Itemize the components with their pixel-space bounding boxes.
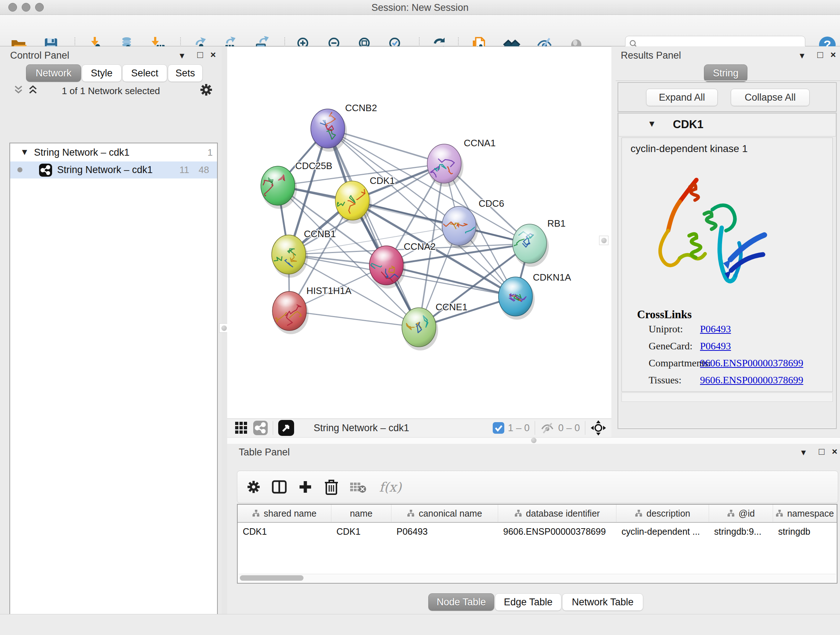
tab-select[interactable]: Select [122, 65, 167, 82]
control-panel: Control Panel ▾ □ × Network Style Select… [0, 46, 222, 614]
table-cell[interactable]: P06493 [392, 523, 498, 540]
column-header-namespace[interactable]: namespace [773, 505, 837, 522]
network-graph[interactable]: CCNB2CCNA1CDC25BCDK1CDC6RB1CCNB1CCNA2CDK… [227, 47, 611, 419]
table-cell[interactable]: 9606.ENSP00000378699 [498, 523, 616, 540]
column-header-database-identifier[interactable]: database identifier [498, 505, 616, 522]
crosslink-label: Uniprot: [649, 323, 683, 335]
right-splitter-handle[interactable] [599, 236, 608, 245]
table-options-button[interactable] [246, 479, 261, 494]
node-label-HIST1H1A: HIST1H1A [306, 285, 352, 296]
results-button-bar: Expand All Collapse All [618, 82, 836, 111]
hidden-counter: 0 – 0 [558, 423, 580, 434]
table-row[interactable]: CDK1CDK1P064939606.ENSP00000378699cyclin… [238, 523, 837, 540]
crosslink-link[interactable]: P06493 [700, 323, 731, 335]
edge-CCNB2-CCNE1[interactable] [328, 128, 419, 327]
column-header-canonical-name[interactable]: canonical name [392, 505, 498, 522]
results-scrollbar-track[interactable] [622, 393, 833, 402]
netbar-divider [585, 421, 585, 435]
column-header--id[interactable]: @id [709, 505, 773, 522]
plus-icon [297, 479, 313, 495]
function-builder-button[interactable]: f(x) [379, 480, 401, 494]
table-cell[interactable]: cyclin-dependent ... [616, 523, 709, 540]
delete-table-icon [349, 480, 367, 494]
crosslink-row: Tissues:9606.ENSP00000378699 [649, 374, 829, 391]
network-options-button[interactable] [199, 82, 213, 97]
control-panel-close-button[interactable]: × [207, 49, 219, 60]
table-panel-title: Table Panel [239, 447, 290, 458]
crosslink-label: Tissues: [649, 374, 682, 386]
table-panel-float-button[interactable]: □ [815, 446, 828, 457]
hidden-eye-icon [540, 422, 554, 434]
results-panel-title: Results Panel [621, 50, 681, 61]
protein-section: ▼ CDK1 cyclin-dependent kinase 1 [618, 113, 836, 429]
table-cell[interactable]: CDK1 [238, 523, 332, 540]
results-panel-float-button[interactable]: □ [814, 49, 826, 60]
delete-table-button[interactable] [349, 480, 367, 494]
scrollbar-thumb[interactable] [240, 575, 303, 581]
show-grid-button[interactable] [234, 421, 248, 435]
string-network-icon [39, 164, 52, 177]
table-panel-close-button[interactable]: × [829, 446, 840, 457]
table-toolbar: f(x) [237, 470, 838, 503]
crosslink-link[interactable]: 9606.ENSP00000378699 [700, 357, 803, 369]
network-row[interactable]: String Network – cdk1 11 48 [10, 162, 217, 179]
edge-HIST1H1A-CCNE1[interactable] [289, 311, 419, 327]
network-canvas[interactable]: CCNB2CCNA1CDC25BCDK1CDC6RB1CCNB1CCNA2CDK… [227, 46, 611, 419]
table-cell[interactable]: stringdb [773, 523, 837, 540]
network-view-toolbar: String Network – cdk1 1 – 0 0 – 0 [227, 418, 611, 437]
show-column-button[interactable] [271, 479, 287, 495]
protein-description: cyclin-dependent kinase 1 [630, 143, 748, 155]
column-header-name[interactable]: name [332, 505, 392, 522]
crosslink-row: Compartments:9606.ENSP00000378699 [649, 357, 829, 374]
node-label-CDC6: CDC6 [478, 198, 504, 209]
collection-name: String Network – cdk1 [34, 147, 129, 158]
horizontal-splitter-handle[interactable] [531, 438, 537, 443]
tab-node-table[interactable]: Node Table [428, 593, 494, 611]
node-highlight [339, 184, 360, 197]
pan-mode-icon[interactable] [591, 420, 606, 436]
table-horizontal-scrollbar[interactable] [238, 574, 836, 582]
collapse-all-button[interactable]: Collapse All [731, 89, 810, 106]
table-panel-menu-button[interactable]: ▾ [797, 447, 810, 458]
protein-section-header[interactable]: ▼ CDK1 [619, 114, 836, 136]
crosslink-link[interactable]: 9606.ENSP00000378699 [700, 374, 803, 386]
grid-icon [234, 421, 248, 435]
node-table[interactable]: shared namenamecanonical namedatabase id… [237, 504, 837, 584]
crosslink-label: GeneCard: [649, 340, 692, 352]
node-highlight [445, 209, 467, 223]
string-view-toggle-button[interactable] [253, 421, 268, 435]
tab-style[interactable]: Style [82, 65, 122, 82]
node-label-CCNE1: CCNE1 [436, 302, 467, 312]
table-cell[interactable]: CDK1 [332, 523, 392, 540]
node-label-CDK1: CDK1 [370, 175, 395, 186]
node-highlight [516, 227, 538, 241]
column-header-shared-name[interactable]: shared name [238, 505, 332, 522]
network-selection-status: 1 of 1 Network selected [0, 86, 222, 97]
protein-name: CDK1 [673, 118, 703, 131]
network-collection-row[interactable]: ▼ String Network – cdk1 1 [10, 145, 217, 162]
table-panel: Table Panel ▾ □ × [227, 444, 840, 614]
table-cell[interactable]: stringdb:9... [709, 523, 773, 540]
node-highlight [264, 169, 286, 182]
birds-eye-view-button[interactable] [278, 420, 294, 436]
control-panel-menu-button[interactable]: ▾ [176, 50, 188, 61]
netbar-divider [273, 421, 273, 435]
delete-column-button[interactable] [324, 479, 339, 495]
network-edge-count: 48 [193, 165, 209, 176]
selected-checkbox-icon[interactable] [493, 422, 504, 434]
tab-network[interactable]: Network [26, 65, 81, 82]
results-panel-menu-button[interactable]: ▾ [796, 50, 808, 61]
tab-edge-table[interactable]: Edge Table [495, 593, 561, 611]
create-column-button[interactable] [297, 479, 313, 495]
column-header-description[interactable]: description [616, 505, 709, 522]
control-panel-float-button[interactable]: □ [194, 49, 206, 60]
protein-expander-icon[interactable]: ▼ [647, 119, 656, 129]
collection-expander-icon[interactable]: ▼ [20, 147, 29, 157]
expand-all-button[interactable]: Expand All [646, 89, 718, 106]
crosslink-link[interactable]: P06493 [700, 340, 731, 352]
tree-column-icon [252, 509, 260, 517]
tab-sets[interactable]: Sets [168, 65, 202, 82]
results-panel-close-button[interactable]: × [827, 49, 839, 60]
tab-string[interactable]: String [704, 65, 747, 82]
tab-network-table[interactable]: Network Table [562, 593, 643, 611]
